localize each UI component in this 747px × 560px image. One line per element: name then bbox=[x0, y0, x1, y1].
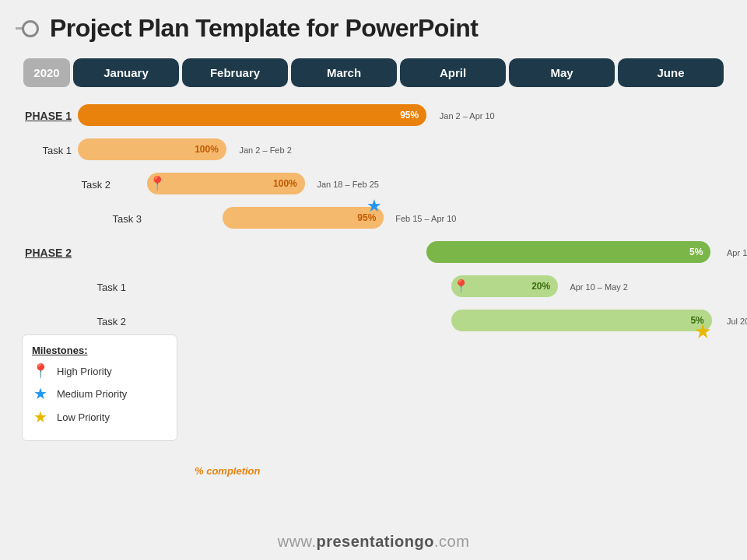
year-badge: 2020 bbox=[23, 58, 70, 87]
phase1-task3-row: Task 3 95% ★ Feb 15 – Apr 10 bbox=[101, 204, 724, 233]
phase2-row: PHASE 2 5% Apr 10 – Jun 10 bbox=[23, 238, 724, 268]
phase1-task1-row: Task 1 100% Jan 2 – Feb 2 bbox=[23, 135, 724, 165]
phase2-task1-row: Task 1 📍 20% Apr 10 – May 2 bbox=[86, 272, 724, 302]
phase2-task2-dates: Jul 20 – Jun 10 bbox=[724, 317, 747, 326]
phase2-task2-label: Task 2 bbox=[86, 316, 132, 327]
phase2-task2-bar: ★ 5% bbox=[451, 310, 711, 331]
phase1-percent: 95% bbox=[400, 110, 419, 121]
medium-priority-milestone-task3: ★ bbox=[366, 196, 382, 216]
legend-low-priority: ★ Low Priority bbox=[32, 408, 164, 426]
phase1-task3-bar: 95% bbox=[223, 207, 384, 229]
phase1-task1-dates: Jan 2 – Feb 2 bbox=[240, 145, 292, 155]
phase1-bar-track: 95% Jan 2 – Apr 10 bbox=[78, 104, 724, 128]
month-april: April bbox=[400, 58, 506, 87]
phase1-label: PHASE 1 bbox=[23, 110, 78, 122]
legend-high-priority: 📍 High Priority bbox=[32, 362, 164, 380]
month-february: February bbox=[182, 58, 288, 87]
phase2-task2-track: ★ 5% Jul 20 – Jun 10 bbox=[132, 310, 724, 333]
low-priority-milestone-phase2-task2: ★ bbox=[695, 322, 710, 342]
phase2-task1-label: Task 1 bbox=[86, 282, 132, 293]
phase1-task2-track: 📍 100% Jan 18 – Feb 25 bbox=[117, 173, 724, 196]
phase1-task2-row: Task 2 📍 100% Jan 18 – Feb 25 bbox=[70, 170, 724, 199]
deco-circle bbox=[22, 20, 39, 37]
phase1-task2-bar: 📍 100% bbox=[147, 173, 305, 194]
phase1-task1-bar: 100% bbox=[78, 138, 226, 160]
medium-priority-icon: ★ bbox=[32, 384, 49, 403]
high-priority-milestone-task2: 📍 bbox=[149, 175, 166, 192]
phase1-bar: 95% bbox=[78, 104, 426, 126]
footer-domain: presentationgo bbox=[317, 533, 434, 550]
phase1-task1-percent: 100% bbox=[195, 144, 219, 155]
phase2-bar-track: 5% Apr 10 – Jun 10 bbox=[78, 241, 724, 264]
legend-medium-priority: ★ Medium Priority bbox=[32, 384, 164, 403]
month-june: June bbox=[618, 58, 724, 87]
high-priority-icon: 📍 bbox=[32, 362, 49, 380]
legend-low-priority-label: Low Priority bbox=[57, 411, 110, 423]
header-decoration bbox=[16, 20, 39, 37]
high-priority-milestone-phase2-task1: 📍 bbox=[453, 278, 469, 295]
legend-title: Milestones: bbox=[32, 345, 164, 356]
phase2-task1-dates: Apr 10 – May 2 bbox=[570, 282, 628, 292]
month-row: 2020 January February March April May Ju… bbox=[23, 58, 724, 87]
phase2-percent: 5% bbox=[689, 247, 703, 257]
phase1-task2-label: Task 2 bbox=[70, 179, 117, 191]
month-march: March bbox=[291, 58, 397, 87]
phase1-dates: Jan 2 – Apr 10 bbox=[440, 111, 495, 121]
phase2-label: PHASE 2 bbox=[23, 247, 78, 259]
month-january: January bbox=[73, 58, 179, 87]
page-header: Project Plan Template for PowerPoint bbox=[0, 0, 747, 51]
phase2-task1-bar: 📍 20% bbox=[451, 275, 558, 297]
phase2-bar: 5% bbox=[426, 241, 710, 263]
phase1-task2-percent: 100% bbox=[273, 178, 297, 189]
percent-completion-text: % completion bbox=[195, 465, 261, 477]
phase2-task1-track: 📍 20% Apr 10 – May 2 bbox=[132, 275, 724, 299]
phase1-row: PHASE 1 95% Jan 2 – Apr 10 bbox=[23, 101, 724, 131]
phase1-task3-track: 95% ★ Feb 15 – Apr 10 bbox=[148, 207, 724, 230]
phase1-task3-dates: Feb 15 – Apr 10 bbox=[395, 214, 456, 223]
page-title: Project Plan Template for PowerPoint bbox=[50, 14, 478, 43]
phase1-task3-label: Task 3 bbox=[101, 213, 148, 225]
month-may: May bbox=[509, 58, 615, 87]
gantt-area: PHASE 1 95% Jan 2 – Apr 10 Task 1 100% J… bbox=[23, 101, 724, 336]
phase1-task1-track: 100% Jan 2 – Feb 2 bbox=[78, 138, 724, 162]
deco-line bbox=[16, 27, 22, 30]
footer: www.presentationgo.com bbox=[0, 533, 747, 551]
legend-medium-priority-label: Medium Priority bbox=[57, 388, 127, 400]
phase1-task1-label: Task 1 bbox=[23, 145, 78, 156]
completion-label: % completion bbox=[195, 464, 261, 478]
legend-high-priority-label: High Priority bbox=[57, 366, 112, 377]
footer-text: www.presentationgo.com bbox=[278, 533, 470, 550]
phase2-dates: Apr 10 – Jun 10 bbox=[724, 248, 747, 257]
legend-box: Milestones: 📍 High Priority ★ Medium Pri… bbox=[22, 334, 177, 441]
phase1-task2-dates: Jan 18 – Feb 25 bbox=[317, 180, 379, 189]
low-priority-icon: ★ bbox=[32, 408, 49, 426]
phase2-task2-row: Task 2 ★ 5% Jul 20 – Jun 10 bbox=[86, 306, 724, 336]
phase2-task1-percent: 20% bbox=[531, 281, 550, 292]
